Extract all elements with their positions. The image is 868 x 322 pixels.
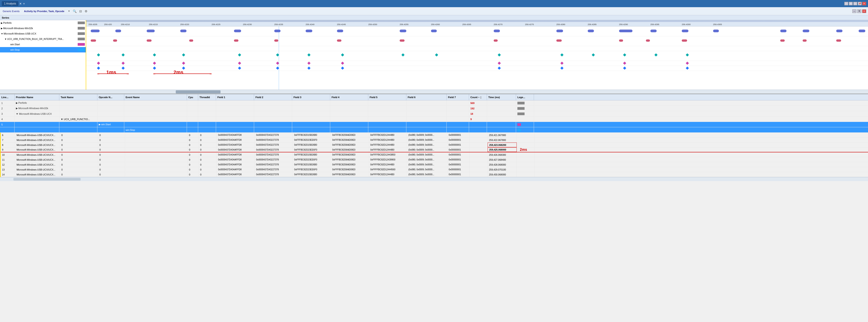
pin-btn[interactable]: 📌 [858, 2, 862, 5]
cell-f1-2 [216, 106, 254, 111]
expand-icon-usb-ucx[interactable]: ▼ [1, 32, 3, 35]
ruler-mark-7: 259.4235 [274, 23, 283, 26]
cell-thread-4 [198, 117, 216, 122]
tab-add[interactable]: + [23, 2, 25, 5]
series-row-win32k[interactable]: ▶ Microsoft-Windows-Win32k [0, 26, 86, 31]
track-win-start [86, 61, 868, 66]
col-header-event[interactable]: Event Name [124, 94, 187, 100]
expand-icon-win32k[interactable]: ▶ [1, 27, 3, 30]
cell-f1-10: 0x0000437D434AFFD8 [217, 152, 255, 157]
table-row-14[interactable]: 14 Microsoft-Windows-USB-UCX/UCX... 0 0 … [0, 172, 868, 177]
cell-f5-14: 0xFFFFBC82D12444B0 [369, 172, 407, 177]
col-header-cpu[interactable]: Cpu [187, 94, 198, 100]
cell-f2-5a [254, 122, 292, 127]
cell-f6-8: (0x080; 0x0009; 0x0000... [407, 143, 447, 147]
cell-f5-7: 0xFFFFBC82D12444B0 [369, 138, 407, 142]
cell-line-9: 9 [1, 147, 15, 152]
cell-provider-7: Microsoft-Windows-USB-UCX/UCX... [15, 138, 60, 142]
cell-count-12 [470, 162, 488, 167]
cell-f2-13: 0x0000437D43227378 [255, 167, 293, 172]
cell-line-6: 6 [1, 133, 15, 137]
close-btn[interactable]: ✕ [862, 2, 866, 5]
col-header-line[interactable]: Line... [0, 94, 14, 100]
expand-icon-perfinfo[interactable]: ▶ [1, 22, 3, 24]
minimize-btn[interactable]: — [844, 2, 848, 5]
table-row-4[interactable]: 4 ▼ UCX_URB_FUNCTIO... 9 [0, 117, 868, 122]
cell-cpu-5b [187, 127, 198, 133]
series-row-usb-ucx[interactable]: ▼ Microsoft-Windows-USB-UCX [0, 31, 86, 36]
cell-opcode-12: 0 [98, 162, 125, 167]
cell-opcode-7: 0 [98, 138, 125, 142]
series-row-ucx-urb[interactable]: ▼ UCX_URB_FUNCTION_BULK_OR_INTERRUPT_TRA… [0, 36, 86, 42]
generic-events-btn[interactable]: Generic Events [2, 9, 20, 13]
panel-close-btn[interactable]: ✕ [862, 9, 866, 13]
cell-f3-6: 0xFFFBC82D15B26B0 [293, 133, 331, 137]
col-header-opcode[interactable]: Opcode N... [97, 94, 124, 100]
selection-marker [279, 26, 279, 90]
col-header-threadid[interactable]: ThreadId [198, 94, 216, 100]
tab-analysis[interactable]: 1 Analysis [2, 1, 18, 6]
col-header-provider[interactable]: Provider Name [14, 94, 59, 100]
table-row-7[interactable]: 7 Microsoft-Windows-USB-UCX/UCX... 0 0 0… [0, 138, 868, 143]
table-row-13[interactable]: 13 Microsoft-Windows-USB-UCX/UCX... 0 0 … [0, 167, 868, 172]
series-row-perfinfo[interactable]: ▶ Perfinfo [0, 20, 86, 26]
series-row-win-start[interactable]: ▶ win:Start [0, 42, 86, 47]
col-header-field6[interactable]: Field 6 [406, 94, 447, 100]
cell-opcode-5a: ▶ win:Start [97, 122, 124, 127]
cell-f7-6: 0x00000001 [447, 133, 470, 137]
table-row-6[interactable]: 6 Microsoft-Windows-USB-UCX/UCX... 0 0 0… [0, 133, 868, 138]
table-row-9[interactable]: 9 Microsoft-Windows-USB-UCX/UCX... 0 0 0… [0, 147, 868, 152]
filter-icon[interactable]: ⊟ [79, 9, 82, 13]
cell-thread-7: 0 [199, 138, 217, 142]
activity-provider-btn[interactable]: Activity by Provider, Task, Opcode [23, 9, 65, 13]
table-row-10[interactable]: 10 Microsoft-Windows-USB-UCX/UCX... 0 0 … [0, 152, 868, 157]
table-row-1[interactable]: 1 ▶ Perfinfo 569 [0, 100, 868, 106]
cell-count-6 [470, 133, 488, 137]
restore-btn[interactable]: ⧉ [849, 2, 853, 5]
cell-f3-13: 0xFFFBC82D23EE6F0 [293, 167, 331, 172]
cell-provider-14: Microsoft-Windows-USB-UCX/UCX... [15, 172, 60, 177]
cell-provider-4 [14, 117, 59, 122]
table-row-3[interactable]: 3 ▼ Microsoft-Windows-USB-UCX 18 [0, 111, 868, 117]
table-row-12[interactable]: 12 Microsoft-Windows-USB-UCX/UCX... 0 0 … [0, 162, 868, 167]
col-header-count[interactable]: Count ▲ ∑ [469, 94, 487, 100]
col-header-field7[interactable]: Field 7 [447, 94, 469, 100]
series-label-win32k: Microsoft-Windows-Win32k [3, 27, 78, 30]
series-color-usb-ucx [78, 32, 85, 35]
expand-icon-ucx-urb[interactable]: ▼ [4, 38, 7, 40]
table-row-5b[interactable]: win:Stop [0, 127, 868, 133]
cell-f6-7: (0x080; 0x0009; 0x0000... [407, 138, 447, 142]
col-header-time[interactable]: Time (ms) [487, 94, 516, 100]
col-header-field3[interactable]: Field 3 [292, 94, 330, 100]
panel-min-btn[interactable]: — [852, 9, 856, 13]
cell-f4-5a [330, 122, 368, 127]
col-header-field5[interactable]: Field 5 [368, 94, 406, 100]
maximize-btn[interactable]: ▭ [853, 2, 857, 5]
cell-provider-5b [14, 127, 59, 133]
dropdown-icon[interactable]: ▼ [68, 10, 70, 12]
search-icon[interactable]: 🔍 [73, 9, 76, 13]
cell-f5-1 [368, 100, 406, 106]
panel-max-btn[interactable]: ⧉ [857, 9, 861, 13]
col-header-legend[interactable]: Lege... [516, 94, 534, 100]
cell-task-9: 0 [60, 147, 98, 152]
horizontal-scrollbar[interactable] [0, 177, 868, 181]
table-row-5[interactable]: 5 ▶ win:Start [0, 122, 868, 127]
settings-icon[interactable]: ⚙ [85, 9, 88, 13]
cell-time-13: 259,429.070100 [488, 167, 517, 172]
col-header-task[interactable]: Task Name [59, 94, 97, 100]
cell-time-12: 259,428.068000 [488, 162, 517, 167]
col-header-field1[interactable]: Field 1 [216, 94, 254, 100]
tab-close[interactable]: ✕ [19, 2, 22, 5]
table-row-11[interactable]: 11 Microsoft-Windows-USB-UCX/UCX... 0 0 … [0, 157, 868, 162]
timeline-scrollbar[interactable] [0, 90, 868, 94]
table-row-8[interactable]: 8 Microsoft-Windows-USB-UCX/UCX... 0 0 0… [0, 143, 868, 147]
col-header-field2[interactable]: Field 2 [254, 94, 292, 100]
cell-f2-10: 0x0000437D43227378 [255, 152, 293, 157]
cell-f2-4 [254, 117, 292, 122]
table-row-2[interactable]: 2 ▶ Microsoft-Windows-Win32k 192 [0, 106, 868, 111]
cell-time-14: 259,430.068000 [488, 172, 517, 177]
col-header-field4[interactable]: Field 4 [330, 94, 368, 100]
cell-provider-2: ▶ Microsoft-Windows-Win32k [14, 106, 59, 111]
series-row-win-stop[interactable]: ▶ win:Stop [0, 47, 86, 53]
